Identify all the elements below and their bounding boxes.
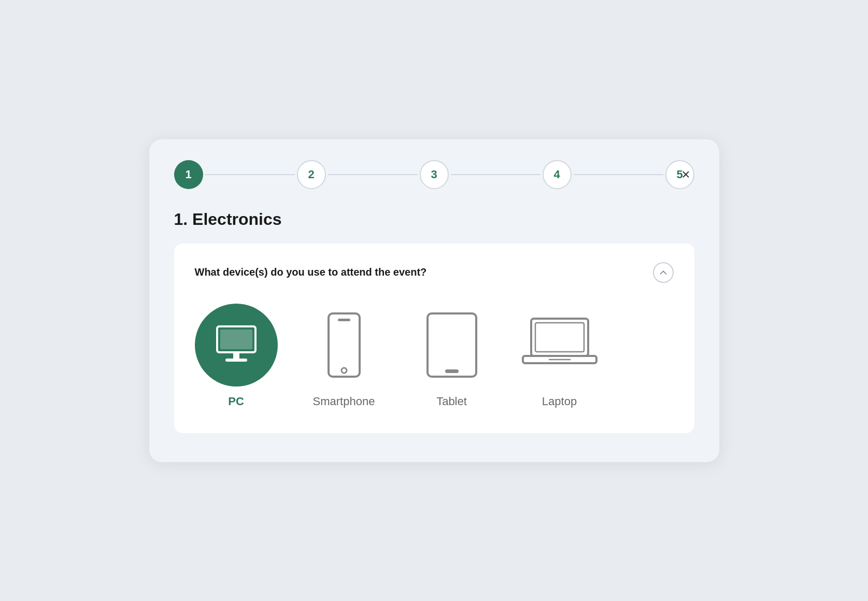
step-3[interactable]: 3 [420,160,449,189]
laptop-icon [521,317,599,374]
device-option-tablet[interactable]: Tablet [410,304,493,408]
step-line-4 [574,174,663,175]
svg-rect-10 [535,323,584,352]
tablet-label: Tablet [436,395,467,408]
question-header: What device(s) do you use to attend the … [195,262,674,283]
svg-rect-2 [233,352,239,359]
step-line-3 [451,174,540,175]
collapse-button[interactable] [653,262,674,283]
pc-label: PC [228,395,244,408]
svg-rect-1 [220,330,252,349]
question-card: What device(s) do you use to attend the … [174,244,694,433]
section-title: 1. Electronics [174,210,694,229]
chevron-up-icon [659,268,668,277]
step-4[interactable]: 4 [543,160,572,189]
close-button[interactable]: × [677,165,694,184]
step-2[interactable]: 2 [297,160,326,189]
device-option-smartphone[interactable]: Smartphone [303,304,386,408]
smartphone-icon-wrap [303,304,386,387]
smartphone-label: Smartphone [313,395,375,408]
pc-icon [213,324,260,366]
question-text: What device(s) do you use to attend the … [195,266,427,278]
svg-rect-8 [445,369,459,373]
step-line-1 [205,174,295,175]
step-line-2 [328,174,418,175]
svg-rect-7 [428,313,476,377]
smartphone-icon [323,311,365,379]
tablet-icon-wrap [410,304,493,387]
svg-rect-3 [225,359,247,362]
svg-rect-5 [338,319,350,321]
pc-icon-wrap [195,304,278,387]
laptop-label: Laptop [542,395,577,408]
device-option-pc[interactable]: PC [195,304,278,408]
device-options: PC Smartphone [195,304,674,408]
svg-rect-9 [531,319,588,356]
step-bar: 1 2 3 4 5 × [174,160,694,189]
step-1[interactable]: 1 [174,160,203,189]
tablet-icon [423,311,480,379]
laptop-icon-wrap [518,304,601,387]
survey-modal: 1 2 3 4 5 × 1. Electronics What device(s… [149,139,719,462]
device-option-laptop[interactable]: Laptop [518,304,601,408]
svg-point-6 [341,368,347,373]
